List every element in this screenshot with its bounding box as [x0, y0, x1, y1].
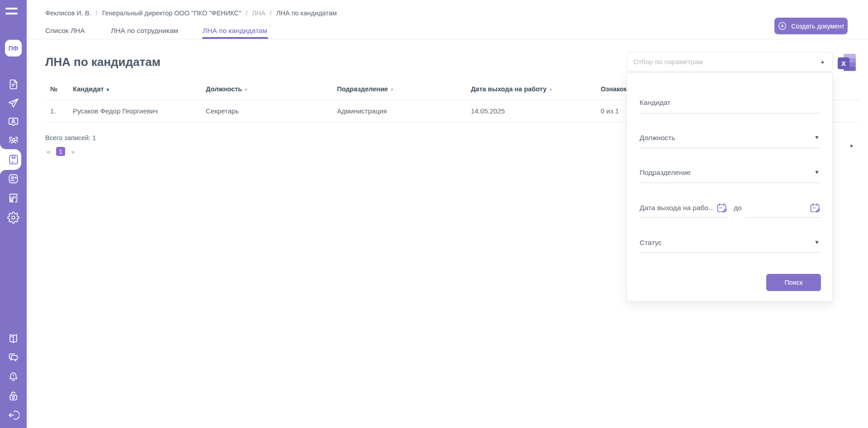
tab-lna-list[interactable]: Список ЛНА — [45, 27, 85, 35]
department-select[interactable]: Подразделение — [640, 169, 691, 177]
lock-icon[interactable] — [0, 389, 27, 403]
dropdown-arrow-icon[interactable]: ▼ — [814, 239, 820, 245]
records-total: Всего записей: 1 — [45, 134, 96, 141]
collapse-arrow-icon[interactable]: ▲ — [820, 59, 825, 64]
team-icon[interactable] — [0, 134, 27, 147]
export-excel-button[interactable]: X — [838, 54, 856, 71]
dropdown-arrow-icon[interactable]: ▼ — [814, 169, 820, 175]
journal-icon[interactable] — [0, 153, 27, 166]
cell-position: Секретарь — [206, 107, 239, 115]
sort-arrow-icon[interactable]: ▼ — [105, 87, 110, 92]
filter-params-placeholder: Отбор по параметрам — [633, 58, 703, 66]
breadcrumb-item-role[interactable]: Генеральный директор ООО "ПКО "ФЕНИКС" — [102, 9, 241, 17]
logout-icon[interactable] — [0, 408, 27, 422]
excel-x-icon: X — [838, 57, 849, 69]
plus-circle-icon — [778, 21, 787, 31]
app-window: ПФ — [0, 0, 868, 428]
input-underline — [640, 113, 821, 113]
notifications-icon[interactable] — [0, 370, 27, 383]
employee-card-icon[interactable] — [0, 115, 27, 129]
breadcrumb-item-lna[interactable]: ЛНА — [252, 9, 266, 17]
tabs-divider — [27, 39, 868, 39]
support-icon[interactable] — [0, 351, 27, 364]
breadcrumb-item-user[interactable]: Феклисов И. В. — [45, 9, 91, 17]
document-icon[interactable] — [0, 77, 27, 91]
calendar-icon[interactable] — [716, 202, 728, 214]
dropdown-arrow-icon[interactable]: ▼ — [814, 134, 820, 141]
column-header-start-date[interactable]: Дата выхода на работу▼ — [471, 85, 553, 93]
tab-lna-employees[interactable]: ЛНА по сотрудникам — [111, 27, 178, 35]
cell-acknowledged: 0 из 1 — [601, 107, 619, 115]
breadcrumb: Феклисов И. В. / Генеральный директор ОО… — [45, 9, 339, 17]
breadcrumb-separator: / — [270, 9, 272, 17]
breadcrumb-item-current: ЛНА по кандидатам — [276, 9, 337, 17]
input-underline — [640, 252, 821, 253]
input-underline — [640, 183, 821, 183]
input-underline — [745, 217, 821, 218]
search-button[interactable]: Поиск — [766, 274, 821, 291]
sort-arrow-icon[interactable]: ▼ — [244, 87, 248, 92]
breadcrumb-separator: / — [96, 9, 98, 17]
sort-arrow-icon[interactable]: ▼ — [548, 87, 553, 92]
settings-icon[interactable] — [0, 211, 27, 224]
send-icon[interactable] — [0, 96, 27, 110]
calendar-icon[interactable] — [809, 202, 821, 214]
candidate-input[interactable]: Кандидат — [640, 99, 670, 107]
cell-department: Администрация — [337, 107, 387, 115]
breadcrumb-separator: / — [246, 9, 247, 17]
cell-candidate: Русаков Федор Георгиевич — [73, 107, 158, 115]
date-to-label: до — [734, 204, 742, 212]
tab-lna-candidates[interactable]: ЛНА по кандидатам — [203, 27, 267, 35]
menu-icon[interactable] — [5, 7, 18, 15]
pagination-page-1[interactable]: 1 — [56, 147, 65, 156]
sidebar: ПФ — [0, 0, 27, 428]
knowledge-base-icon[interactable] — [0, 332, 27, 345]
page-title: ЛНА по кандидатам — [45, 55, 161, 69]
page-size-dropdown-arrow[interactable]: ▼ — [849, 143, 854, 149]
column-header-candidate[interactable]: Кандидат▼ — [73, 85, 110, 93]
sort-arrow-icon[interactable]: ▼ — [390, 87, 394, 92]
date-from-input[interactable]: Дата выхода на рабо... — [640, 204, 714, 212]
column-header-position[interactable]: Должность▼ — [206, 85, 248, 93]
add-candidate-icon[interactable] — [0, 172, 27, 185]
input-underline — [640, 148, 821, 148]
create-document-label: Создать документ — [791, 23, 844, 30]
filter-params-select[interactable]: Отбор по параметрам ▲ — [626, 52, 833, 72]
filter-panel: Кандидат Должность ▼ Подразделение ▼ Дат… — [626, 72, 833, 301]
pagination-prev[interactable]: « — [47, 148, 50, 155]
input-underline — [640, 217, 728, 218]
app-logo: ПФ — [5, 40, 22, 56]
cell-number: 1. — [50, 107, 56, 115]
certificate-icon[interactable] — [0, 191, 27, 205]
status-select[interactable]: Статус — [640, 239, 662, 247]
pagination-next[interactable]: » — [71, 148, 75, 155]
cell-start-date: 14.05.2025 — [471, 107, 505, 115]
position-select[interactable]: Должность — [640, 134, 675, 142]
column-header-department[interactable]: Подразделение▼ — [337, 85, 394, 93]
create-document-button[interactable]: Создать документ — [774, 18, 848, 34]
column-header-number: № — [50, 85, 57, 93]
